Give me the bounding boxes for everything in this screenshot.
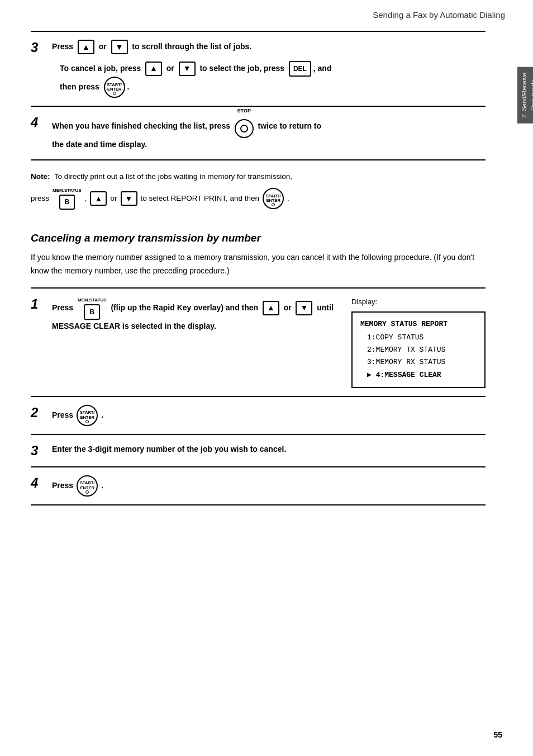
step-3-sub: To cancel a job, press or to select the … xyxy=(60,61,486,98)
note-label: Note: xyxy=(31,172,50,181)
step-b4-number: 4 xyxy=(31,475,46,491)
display-box: MEMORY STATUS REPORT 1:COPY STATUS 2:MEM… xyxy=(351,311,486,388)
display-item-2: 2:MEMORY TX STATUS xyxy=(360,344,477,356)
step-3-main: Press or to scroll through the list of j… xyxy=(52,40,486,54)
step-b1-left: Press MEM.STATUS B (flip up the Rapid Ke… xyxy=(52,296,340,337)
step-3-sub-bold: to select the job, press xyxy=(199,64,284,73)
display-label: Display: xyxy=(351,296,486,308)
step-b1-box: 1 Press MEM.STATUS B xyxy=(31,287,486,396)
step-b3-text: Enter the 3-digit memory number of the j… xyxy=(52,443,486,455)
step-b1-layout: Press MEM.STATUS B (flip up the Rapid Ke… xyxy=(52,296,486,388)
step-3-inner: 3 Press or to scroll through the list of… xyxy=(31,32,486,107)
step-3-box: 3 Press or to scroll through the list of… xyxy=(31,31,486,107)
step-3-period: . xyxy=(127,82,129,91)
page-number: 55 xyxy=(493,730,502,739)
note-text: To directly print out a list of the jobs… xyxy=(54,172,292,181)
note-press: press xyxy=(31,192,49,205)
step-b2-box: 2 Press START/ENTER . xyxy=(31,397,486,435)
note-section: Note: To directly print out a list of th… xyxy=(31,160,486,220)
step-3-sub-text: To cancel a job, press xyxy=(60,64,141,73)
sidebar-text-1: 2. Send/Receive xyxy=(520,73,528,118)
step-3-main-text: to scroll through the list of jobs. xyxy=(132,42,251,51)
step-b4-row: 4 Press START/ENTER . xyxy=(31,475,486,497)
display-item-0: MEMORY STATUS REPORT xyxy=(360,318,477,330)
start-enter-key-2: START/ENTER xyxy=(77,405,98,426)
step-b4-period: . xyxy=(101,479,103,492)
display-item-3: 3:MEMORY RX STATUS xyxy=(360,356,477,368)
step-b1-number: 1 xyxy=(31,296,46,312)
step-3-down-arrow-group xyxy=(111,40,128,54)
step-4-content: When you have finished checking the list… xyxy=(52,115,486,152)
step-4-text: When you have finished checking the list… xyxy=(52,115,486,152)
start-enter-key-note: START/ENTER xyxy=(263,188,284,209)
step-b1-message-clear: MESSAGE CLEAR is selected in the display… xyxy=(52,322,216,330)
section-description: If you know the memory number assigned t… xyxy=(31,251,486,278)
down-arrow-key-1 xyxy=(111,40,128,54)
step-b1-text: Press MEM.STATUS B (flip up the Rapid Ke… xyxy=(52,296,340,333)
step-4-number: 4 xyxy=(31,115,46,130)
step-3-content: Press or to scroll through the list of j… xyxy=(52,40,486,98)
step-3-row: 3 Press or to scroll through the list of… xyxy=(31,40,486,98)
step-b4-text: Press START/ENTER . xyxy=(52,475,486,497)
start-enter-key-4: START/ENTER xyxy=(77,475,98,497)
stop-outer-circle xyxy=(235,119,254,138)
stop-label: STOP xyxy=(237,107,251,115)
start-enter-key-1: START/ENTER xyxy=(104,77,125,98)
step-3-sub-end: , and xyxy=(313,64,332,73)
step-b1-or: or xyxy=(284,303,292,312)
up-arrow-key-3 xyxy=(90,191,107,206)
step-4-box: 4 When you have finished checking the li… xyxy=(31,107,486,160)
step-b2-row: 2 Press START/ENTER . xyxy=(31,405,486,426)
step-b4-box: 4 Press START/ENTER . xyxy=(31,467,486,505)
step-b2-number: 2 xyxy=(31,405,46,420)
step-b2-inner: 2 Press START/ENTER . xyxy=(31,397,486,435)
step-3-number: 3 xyxy=(31,40,46,55)
step-3-or-2: or xyxy=(166,64,174,73)
note-comma: , xyxy=(85,192,87,205)
step-4-row: 4 When you have finished checking the li… xyxy=(31,115,486,152)
step-b1-right: Display: MEMORY STATUS REPORT 1:COPY STA… xyxy=(351,296,486,388)
header-title: Sending a Fax by Automatic Dialing xyxy=(373,10,505,20)
display-item-1: 1:COPY STATUS xyxy=(360,332,477,344)
note-line-1: Note: To directly print out a list of th… xyxy=(31,171,486,183)
down-arrow-key-4 xyxy=(296,301,312,315)
display-item-4: 4:MESSAGE CLEAR xyxy=(360,369,477,381)
main-content: 3 Press or to scroll through the list of… xyxy=(0,25,516,522)
step-b2-content: Press START/ENTER . xyxy=(52,405,486,426)
step-b1-until: until xyxy=(317,303,334,312)
down-arrow-key-3 xyxy=(121,191,137,206)
up-arrow-key-2 xyxy=(145,62,162,76)
step-b1-content: Press MEM.STATUS B (flip up the Rapid Ke… xyxy=(52,296,486,388)
step-b3-inner: 3 Enter the 3-digit memory number of the… xyxy=(31,435,486,467)
step-b1-inner: 1 Press MEM.STATUS B xyxy=(31,289,486,396)
up-arrow-key-4 xyxy=(263,301,279,315)
note-or: or xyxy=(110,192,117,205)
step-b2-text: Press START/ENTER . xyxy=(52,405,486,426)
step-b1-flip: (flip up the Rapid Key overlay) and then xyxy=(111,303,258,312)
step-b3-row: 3 Enter the 3-digit memory number of the… xyxy=(31,443,486,459)
stop-inner-circle xyxy=(240,125,248,133)
step-b4-inner: 4 Press START/ENTER . xyxy=(31,467,486,505)
note-to-text: to select REPORT PRINT, and then xyxy=(141,192,260,205)
step-b4-press: Press xyxy=(52,479,73,492)
step-b3-content: Enter the 3-digit memory number of the j… xyxy=(52,443,486,455)
step-3-then: then press xyxy=(60,82,99,91)
step-b2-press: Press xyxy=(52,409,73,421)
step-3-or-1: or xyxy=(99,42,107,51)
step-b3-box: 3 Enter the 3-digit memory number of the… xyxy=(31,435,486,467)
memstatus-key-2: MEM.STATUS B xyxy=(78,296,107,320)
step-3-up-arrow-group xyxy=(78,40,94,54)
step-b3-number: 3 xyxy=(31,443,46,459)
sidebar-text-2: Documents xyxy=(529,80,533,111)
memstatus-key: MEM.STATUS B xyxy=(53,187,82,210)
del-key: DEL xyxy=(289,61,311,77)
step-4-inner: 4 When you have finished checking the li… xyxy=(31,107,486,160)
up-arrow-key-1 xyxy=(78,40,94,54)
sidebar-tab: 2. Send/Receive Documents xyxy=(517,67,533,124)
step-b2-period: . xyxy=(101,409,103,421)
note-end: . xyxy=(287,192,289,205)
note-line-2: press MEM.STATUS B , or to select REPORT… xyxy=(31,187,486,210)
down-arrow-key-2 xyxy=(179,62,196,76)
page-header: Sending a Fax by Automatic Dialing xyxy=(0,0,533,25)
section-heading: Canceling a memory transmission by numbe… xyxy=(31,232,486,244)
